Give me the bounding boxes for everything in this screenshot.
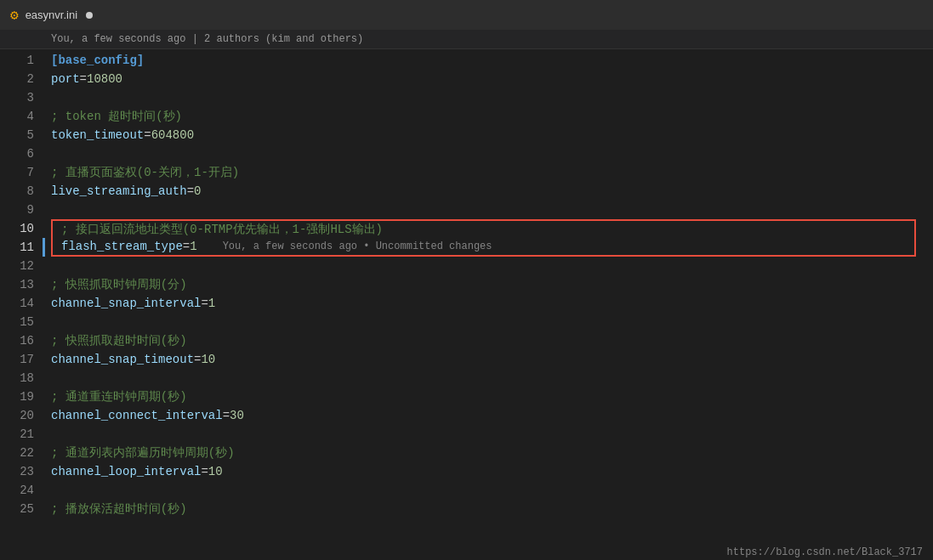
line-number-11: 11 — [0, 238, 41, 257]
line-content-23: channel_loop_interval=10 — [51, 462, 223, 481]
line-number-3: 3 — [0, 88, 41, 107]
line-content-1: [base_config] — [51, 51, 144, 70]
line-number-24: 24 — [0, 481, 41, 500]
line-number-7: 7 — [0, 163, 41, 182]
code-line-9 — [51, 201, 933, 219]
code-line-20: channel_connect_interval=30 — [51, 406, 933, 425]
code-line-14: channel_snap_interval=1 — [51, 294, 933, 313]
code-line-23: channel_loop_interval=10 — [51, 462, 933, 481]
editor-container: 1234567891011121314151617181920212223242… — [0, 49, 933, 556]
line-content-19: ; 通道重连时钟周期(秒) — [51, 387, 187, 406]
code-line-25: ; 播放保活超时时间(秒) — [51, 500, 933, 518]
status-url: https://blog.csdn.net/Black_3717 — [727, 546, 923, 558]
code-line-6 — [51, 144, 933, 163]
title-bar: ⚙ easynvr.ini — [0, 0, 933, 30]
code-line-17: channel_snap_timeout=10 — [51, 350, 933, 369]
code-area[interactable]: [base_config]port=10800; token 超时时间(秒)to… — [41, 49, 933, 556]
code-line-21 — [51, 425, 933, 444]
git-info-text: You, a few seconds ago | 2 authors (kim … — [51, 33, 363, 45]
line-number-25: 25 — [0, 500, 41, 518]
code-line-4: ; token 超时时间(秒) — [51, 107, 933, 126]
line-number-21: 21 — [0, 425, 41, 444]
line-number-12: 12 — [0, 257, 41, 275]
line-content-5: token_timeout=604800 — [51, 126, 194, 144]
status-bar: https://blog.csdn.net/Black_3717 — [0, 545, 933, 560]
line-number-2: 2 — [0, 70, 41, 88]
line-numbers: 1234567891011121314151617181920212223242… — [0, 49, 41, 556]
line-number-17: 17 — [0, 350, 41, 369]
line-number-18: 18 — [0, 369, 41, 387]
line-number-16: 16 — [0, 331, 41, 350]
line-content-13: ; 快照抓取时钟周期(分) — [51, 275, 187, 294]
git-info-bar: You, a few seconds ago | 2 authors (kim … — [0, 30, 933, 49]
code-line-16: ; 快照抓取超时时间(秒) — [51, 331, 933, 350]
line-number-10: 10 — [0, 219, 41, 238]
code-line-18 — [51, 369, 933, 387]
line-number-9: 9 — [0, 201, 41, 219]
code-line-7: ; 直播页面鉴权(0-关闭，1-开启) — [51, 163, 933, 182]
code-line-24 — [51, 481, 933, 500]
line-content-10: ; 接口返回流地址类型(0-RTMP优先输出，1-强制HLS输出) — [61, 220, 383, 239]
line-content-20: channel_connect_interval=30 — [51, 406, 244, 425]
code-line-19: ; 通道重连时钟周期(秒) — [51, 387, 933, 406]
filename-label: easynvr.ini — [26, 8, 77, 21]
line-number-23: 23 — [0, 462, 41, 481]
line-content-17: channel_snap_timeout=10 — [51, 350, 215, 369]
code-line-3 — [51, 88, 933, 107]
line-content-4: ; token 超时时间(秒) — [51, 107, 182, 126]
line-content-25: ; 播放保活超时时间(秒) — [51, 500, 187, 518]
line-content-2: port=10800 — [51, 70, 122, 88]
code-line-10: ; 接口返回流地址类型(0-RTMP优先输出，1-强制HLS输出) — [51, 219, 916, 238]
line-number-20: 20 — [0, 406, 41, 425]
line-content-7: ; 直播页面鉴权(0-关闭，1-开启) — [51, 163, 239, 182]
line-content-8: live_streaming_auth=0 — [51, 182, 201, 201]
line-modified-indicator — [43, 238, 45, 257]
code-line-5: token_timeout=604800 — [51, 126, 933, 144]
code-line-13: ; 快照抓取时钟周期(分) — [51, 275, 933, 294]
line-number-13: 13 — [0, 275, 41, 294]
code-line-22: ; 通道列表内部遍历时钟周期(秒) — [51, 444, 933, 462]
line-number-15: 15 — [0, 313, 41, 331]
line-number-6: 6 — [0, 144, 41, 163]
git-hover-text: You, a few seconds ago • Uncommitted cha… — [223, 237, 492, 256]
line-number-8: 8 — [0, 182, 41, 201]
line-number-5: 5 — [0, 126, 41, 144]
code-line-12 — [51, 257, 933, 275]
code-line-15 — [51, 313, 933, 331]
line-number-4: 4 — [0, 107, 41, 126]
code-line-11: flash_stream_type=1You, a few seconds ag… — [51, 238, 916, 257]
line-number-19: 19 — [0, 387, 41, 406]
line-number-1: 1 — [0, 51, 41, 70]
code-line-2: port=10800 — [51, 70, 933, 88]
settings-icon: ⚙ — [10, 7, 19, 24]
line-content-14: channel_snap_interval=1 — [51, 294, 215, 313]
code-line-1: [base_config] — [51, 51, 933, 70]
line-number-22: 22 — [0, 444, 41, 462]
modified-dot — [86, 12, 93, 19]
line-number-14: 14 — [0, 294, 41, 313]
code-line-8: live_streaming_auth=0 — [51, 182, 933, 201]
line-content-22: ; 通道列表内部遍历时钟周期(秒) — [51, 444, 235, 462]
line-content-11: flash_stream_type=1 — [61, 237, 197, 256]
line-content-16: ; 快照抓取超时时间(秒) — [51, 331, 187, 350]
